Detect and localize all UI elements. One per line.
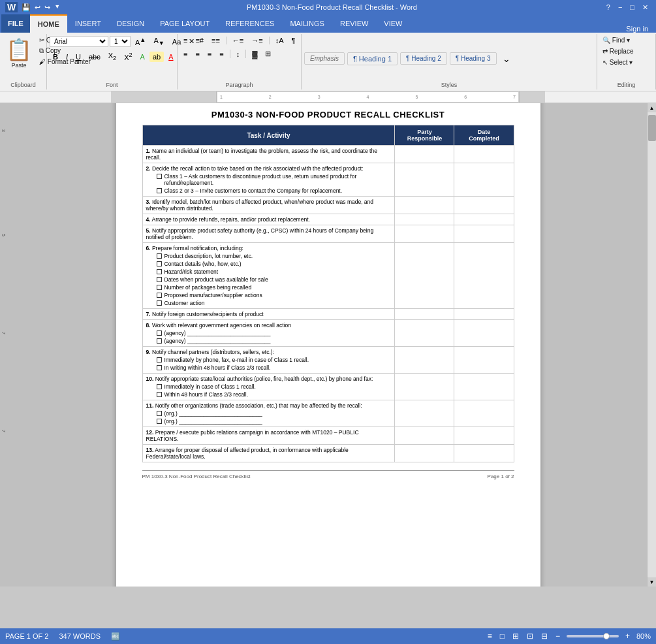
find-button[interactable]: 🔍 Find ▾ bbox=[600, 35, 633, 45]
checkbox[interactable] bbox=[157, 365, 162, 370]
redo-icon[interactable]: ↪ bbox=[44, 3, 50, 12]
sub-item: Within 48 hours if Class 2/3 recall. bbox=[157, 391, 392, 398]
minimize-btn[interactable]: − bbox=[616, 3, 625, 11]
zoom-in-button[interactable]: + bbox=[624, 632, 631, 641]
checkbox[interactable] bbox=[157, 174, 162, 179]
shading-button[interactable]: ▓ bbox=[249, 49, 260, 59]
italic-button[interactable]: I bbox=[63, 52, 71, 62]
underline-button[interactable]: U bbox=[72, 52, 84, 62]
style-heading2[interactable]: ¶ Heading 2 bbox=[400, 52, 447, 65]
tab-review[interactable]: REVIEW bbox=[332, 14, 376, 33]
increase-indent-button[interactable]: →≡ bbox=[248, 35, 266, 46]
task-cell: 1. Name an individual (or team) to inves… bbox=[142, 146, 395, 163]
dropdown-icon[interactable]: ▼ bbox=[54, 3, 60, 12]
font-shrink-button[interactable]: A▼ bbox=[150, 35, 167, 48]
justify-button[interactable]: ≡ bbox=[216, 49, 226, 59]
font-name-select[interactable]: Arial bbox=[50, 36, 108, 47]
replace-button[interactable]: ⇄ Replace bbox=[600, 46, 636, 56]
font-size-select[interactable]: 12 bbox=[110, 36, 131, 47]
view-draft-btn[interactable]: ⊟ bbox=[540, 632, 549, 641]
highlight-button[interactable]: ab bbox=[149, 52, 164, 62]
bullets-button[interactable]: ≡ bbox=[180, 35, 191, 46]
align-right-button[interactable]: ≡ bbox=[204, 49, 215, 59]
save-icon[interactable]: 💾 bbox=[22, 3, 31, 12]
sub-item: (agency) ___________________________ bbox=[157, 338, 392, 344]
styles-more-button[interactable]: ⌄ bbox=[499, 52, 514, 65]
align-center-button[interactable]: ≡ bbox=[192, 49, 202, 59]
checkbox[interactable] bbox=[157, 357, 162, 362]
zoom-level: 80% bbox=[636, 632, 651, 640]
help-btn[interactable]: ? bbox=[604, 3, 613, 11]
decrease-indent-button[interactable]: ←≡ bbox=[229, 35, 247, 46]
party-cell bbox=[395, 320, 454, 347]
page-num-indicator-2: 5 bbox=[1, 234, 6, 236]
select-button[interactable]: ↖ Select ▾ bbox=[600, 57, 635, 67]
row-number: 9. bbox=[146, 349, 151, 355]
maximize-btn[interactable]: □ bbox=[627, 3, 637, 11]
tab-view[interactable]: VIEW bbox=[376, 14, 410, 33]
line-spacing-button[interactable]: ↕ bbox=[233, 49, 243, 59]
show-hide-button[interactable]: ¶ bbox=[289, 35, 299, 46]
zoom-out-button[interactable]: − bbox=[554, 632, 561, 641]
checkbox[interactable] bbox=[157, 285, 162, 290]
close-btn[interactable]: ✕ bbox=[640, 3, 651, 12]
font-grow-button[interactable]: A▲ bbox=[132, 35, 149, 48]
checkbox[interactable] bbox=[157, 330, 162, 336]
date-cell bbox=[454, 320, 514, 347]
checkbox[interactable] bbox=[157, 300, 162, 306]
align-left-button[interactable]: ≡ bbox=[180, 49, 191, 59]
style-heading3[interactable]: ¶ Heading 3 bbox=[450, 52, 497, 65]
scroll-thumb[interactable] bbox=[648, 115, 656, 141]
tab-file[interactable]: FILE bbox=[1, 14, 30, 33]
checkbox[interactable] bbox=[157, 419, 162, 424]
tab-insert[interactable]: INSERT bbox=[67, 14, 109, 33]
sub-text: Class 1 – Ask customers to discontinue p… bbox=[164, 173, 392, 186]
view-outline-btn[interactable]: ⊡ bbox=[525, 632, 535, 641]
checkbox[interactable] bbox=[157, 188, 162, 193]
date-cell bbox=[454, 214, 514, 225]
font-color-button[interactable]: A bbox=[165, 52, 176, 62]
borders-button[interactable]: ⊞ bbox=[262, 48, 274, 59]
row-number: 4. bbox=[146, 216, 151, 223]
checkbox[interactable] bbox=[157, 261, 162, 266]
style-heading1[interactable]: ¶ Heading 1 bbox=[347, 52, 398, 65]
tab-home[interactable]: HOME bbox=[30, 14, 67, 33]
checkbox[interactable] bbox=[157, 293, 162, 298]
tab-design[interactable]: DESIGN bbox=[109, 14, 152, 33]
tab-references[interactable]: REFERENCES bbox=[217, 14, 282, 33]
checkbox[interactable] bbox=[157, 392, 162, 397]
checkbox[interactable] bbox=[157, 269, 162, 274]
style-emphasis[interactable]: Emphasis bbox=[304, 52, 345, 65]
sub-text: Class 2 or 3 – Invite customers to conta… bbox=[164, 187, 343, 194]
checkbox[interactable] bbox=[157, 384, 162, 389]
signin-button[interactable]: Sign in bbox=[618, 25, 656, 33]
bold-button[interactable]: B bbox=[50, 52, 61, 62]
scroll-down-button[interactable]: ▼ bbox=[648, 577, 657, 587]
text-effect-button[interactable]: A bbox=[137, 52, 148, 62]
sub-item: Contact details (who, how, etc.) bbox=[157, 261, 392, 267]
page-num-indicator: 3 bbox=[1, 129, 6, 132]
multilevel-button[interactable]: ≡≡ bbox=[208, 35, 223, 46]
tab-mailings[interactable]: MAILINGS bbox=[282, 14, 332, 33]
superscript-button[interactable]: X2 bbox=[121, 50, 135, 63]
row-number: 5. bbox=[146, 227, 151, 234]
checkbox[interactable] bbox=[157, 277, 162, 282]
view-print-btn[interactable]: ≡ bbox=[486, 632, 493, 641]
zoom-slider[interactable] bbox=[567, 635, 619, 637]
strikethrough-button[interactable]: abc bbox=[86, 52, 104, 62]
row-number: 7. bbox=[146, 311, 151, 317]
checkbox[interactable] bbox=[157, 411, 162, 416]
checkbox[interactable] bbox=[157, 338, 162, 344]
scroll-up-button[interactable]: ▲ bbox=[648, 103, 657, 112]
checkbox[interactable] bbox=[157, 253, 162, 259]
view-read-btn[interactable]: ⊞ bbox=[511, 632, 520, 641]
sub-text: (org.) ___________________________ bbox=[164, 410, 262, 417]
view-web-btn[interactable]: □ bbox=[499, 632, 506, 641]
subscript-button[interactable]: X2 bbox=[105, 50, 119, 63]
numbering-button[interactable]: ≡# bbox=[192, 35, 207, 46]
paste-button[interactable]: 📋 Paste bbox=[3, 35, 35, 71]
tab-page-layout[interactable]: PAGE LAYOUT bbox=[152, 14, 217, 33]
word-count: 347 WORDS bbox=[59, 632, 101, 640]
undo-icon[interactable]: ↩ bbox=[35, 3, 40, 12]
sort-button[interactable]: ↕A bbox=[272, 35, 287, 46]
